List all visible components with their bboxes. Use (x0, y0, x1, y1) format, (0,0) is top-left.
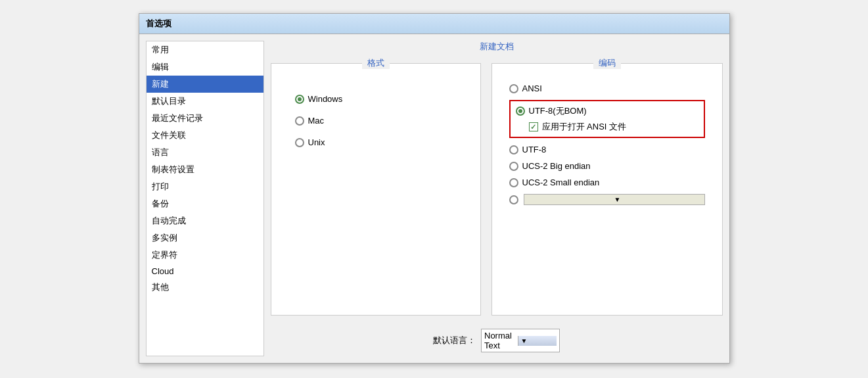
radio-utf8-bom[interactable] (516, 106, 525, 116)
content-area: 新建文档 格式 WindowsMacUnix 编码 ANSIUTF-8(无BOM… (271, 41, 723, 356)
sidebar-item-default-dir[interactable]: 默认目录 (147, 93, 263, 110)
encoding-option-ucs2-small[interactable]: UCS-2 Small endian (509, 177, 705, 187)
apply-ansi-row[interactable]: 应用于打开 ANSI 文件 (529, 121, 698, 133)
radio-label-ucs2-big: UCS-2 Big endian (522, 161, 591, 171)
encoding-option-utf8-bom[interactable]: UTF-8(无BOM) (516, 105, 698, 117)
bottom-row: 默认语言： Normal Text ▼ (271, 322, 723, 356)
sidebar-item-tab-settings[interactable]: 制表符设置 (147, 161, 263, 178)
format-label: 格式 (362, 57, 390, 69)
format-option-windows[interactable]: Windows (295, 94, 457, 104)
encoding-option-custom[interactable]: ▼ (509, 194, 705, 205)
radio-label-utf8: UTF-8 (522, 145, 547, 154)
radio-utf8[interactable] (509, 145, 518, 154)
sidebar-item-new[interactable]: 新建 (147, 76, 263, 93)
radio-ucs2-small[interactable] (509, 178, 518, 187)
radio-ucs2-big[interactable] (509, 162, 518, 171)
radio-label-ansi: ANSI (522, 83, 542, 93)
radio-unix[interactable] (295, 138, 304, 147)
sidebar-item-file-assoc[interactable]: 文件关联 (147, 127, 263, 144)
sidebar-item-autocomplete[interactable]: 自动完成 (147, 212, 263, 229)
sidebar-item-edit[interactable]: 编辑 (147, 59, 263, 76)
title-text: 首选项 (146, 18, 171, 28)
panels: 格式 WindowsMacUnix 编码 ANSIUTF-8(无BOM)应用于打… (271, 63, 723, 316)
format-options: WindowsMacUnix (282, 87, 470, 154)
radio-label-utf8-bom: UTF-8(无BOM) (529, 105, 587, 117)
sidebar-item-general[interactable]: 常用 (147, 41, 263, 59)
utf8-bom-group: UTF-8(无BOM)应用于打开 ANSI 文件 (509, 100, 705, 138)
sidebar-item-other[interactable]: 其他 (147, 279, 263, 296)
select-arrow-icon[interactable]: ▼ (518, 336, 557, 346)
sidebar-item-backup[interactable]: 备份 (147, 195, 263, 212)
encoding-option-ucs2-big[interactable]: UCS-2 Big endian (509, 161, 705, 171)
radio-label-ucs2-small: UCS-2 Small endian (522, 177, 600, 187)
dialog-body: 常用编辑新建默认目录最近文件记录文件关联语言制表符设置打印备份自动完成多实例定界… (139, 34, 729, 363)
radio-custom[interactable] (509, 195, 518, 204)
checkbox-apply-ansi[interactable] (529, 122, 538, 131)
radio-mac[interactable] (295, 116, 304, 126)
custom-encoding-arrow[interactable]: ▼ (614, 196, 702, 203)
default-lang-select[interactable]: Normal Text ▼ (481, 329, 560, 352)
format-panel: 格式 WindowsMacUnix (271, 63, 481, 316)
radio-label-mac: Mac (308, 116, 325, 126)
encoding-label: 编码 (593, 57, 621, 69)
radio-windows[interactable] (295, 95, 304, 104)
checkbox-label-apply-ansi: 应用于打开 ANSI 文件 (542, 121, 627, 133)
radio-ansi[interactable] (509, 84, 518, 93)
sidebar-item-print[interactable]: 打印 (147, 178, 263, 195)
format-option-unix[interactable]: Unix (295, 137, 457, 147)
encoding-option-utf8[interactable]: UTF-8 (509, 145, 705, 154)
default-lang-label: 默认语言： (433, 335, 476, 346)
custom-encoding-dropdown[interactable]: ▼ (524, 194, 705, 205)
radio-label-unix: Unix (308, 137, 325, 147)
radio-label-windows: Windows (308, 94, 343, 104)
encoding-panel: 编码 ANSIUTF-8(无BOM)应用于打开 ANSI 文件UTF-8UCS-… (491, 63, 723, 316)
sidebar-item-cloud[interactable]: Cloud (147, 264, 263, 279)
default-lang-value: Normal Text (484, 331, 518, 350)
dialog-title: 首选项 (139, 14, 729, 34)
sidebar-item-language[interactable]: 语言 (147, 144, 263, 161)
sidebar-item-delimiter[interactable]: 定界符 (147, 247, 263, 264)
encoding-option-ansi[interactable]: ANSI (509, 83, 705, 93)
sidebar-item-recent-files[interactable]: 最近文件记录 (147, 110, 263, 127)
new-doc-section-title: 新建文档 (271, 41, 723, 53)
format-option-mac[interactable]: Mac (295, 116, 457, 126)
preferences-dialog: 首选项 常用编辑新建默认目录最近文件记录文件关联语言制表符设置打印备份自动完成多… (139, 13, 730, 364)
encoding-options: ANSIUTF-8(无BOM)应用于打开 ANSI 文件UTF-8UCS-2 B… (503, 81, 712, 208)
sidebar-item-multi-instance[interactable]: 多实例 (147, 229, 263, 247)
sidebar: 常用编辑新建默认目录最近文件记录文件关联语言制表符设置打印备份自动完成多实例定界… (146, 41, 264, 356)
